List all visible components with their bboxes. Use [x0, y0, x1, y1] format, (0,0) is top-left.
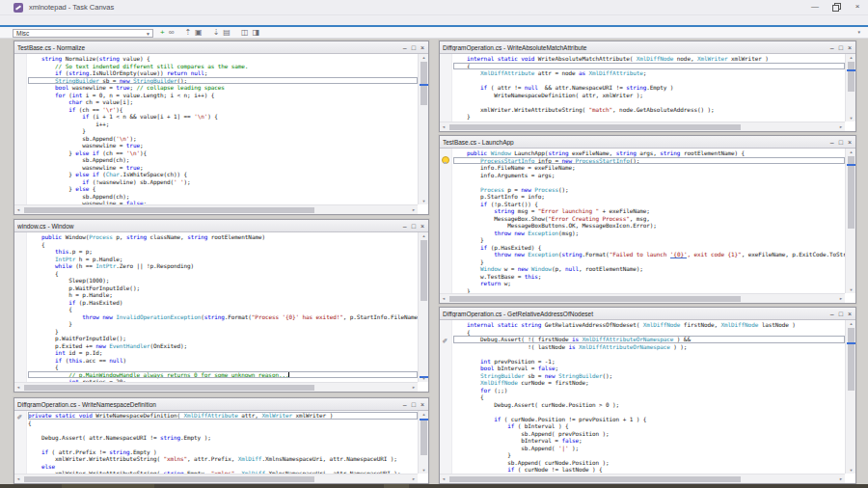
horizontal-scrollbar[interactable]: ◄ ►	[440, 122, 845, 131]
vertical-scrollbar[interactable]: ▲ ▼	[845, 149, 855, 293]
lightbulb-icon[interactable]	[442, 156, 448, 163]
vertical-scrollbar[interactable]: ▲ ▼	[845, 54, 855, 122]
pane-minimize-button[interactable]: ‒	[830, 137, 834, 148]
toolbar-icons: +∞⇡▣⇣▤◫◨	[160, 28, 259, 38]
vertical-scroll-thumb[interactable]	[848, 328, 854, 391]
scroll-down-icon[interactable]: ▼	[846, 468, 856, 473]
scroll-right-icon[interactable]: ►	[839, 476, 843, 481]
pane-maximize-button[interactable]: □	[839, 42, 843, 53]
scroll-down-icon[interactable]: ▼	[419, 376, 429, 381]
scroll-right-icon[interactable]: ►	[412, 207, 416, 212]
pane-close-button[interactable]: ×	[420, 42, 424, 53]
scroll-up-icon[interactable]: ▲	[846, 321, 856, 326]
scroll-up-icon[interactable]: ▲	[846, 149, 856, 154]
vertical-scrollbar[interactable]: ▲ ▼	[845, 320, 855, 474]
save-layout-icon[interactable]: ▤	[223, 28, 231, 38]
scroll-up-icon[interactable]: ▲	[846, 55, 856, 60]
pane-title: TestBase.cs - Normalize	[17, 44, 403, 51]
pane-maximize-button[interactable]: □	[412, 221, 416, 231]
import-tasks-icon[interactable]: ⇡	[184, 28, 191, 38]
add-task-icon[interactable]: +	[160, 28, 165, 38]
task-list-combobox[interactable]: Misc ▼	[13, 29, 153, 38]
window-minimize-button[interactable]: —	[810, 2, 820, 12]
pane-header[interactable]: window.cs - Window ‒ □ ×	[14, 220, 428, 232]
pencil-icon[interactable]: ✎	[442, 338, 448, 343]
pane-maximize-button[interactable]: □	[412, 399, 416, 410]
pane-minimize-button[interactable]: ‒	[830, 309, 834, 319]
scroll-left-icon[interactable]: ◄	[442, 124, 446, 129]
current-line-marker	[847, 164, 855, 166]
scroll-down-icon[interactable]: ▼	[419, 468, 429, 473]
scroll-left-icon[interactable]: ◄	[16, 207, 20, 212]
pane-header[interactable]: DiffgramOperation.cs - GetRelativeAddres…	[440, 308, 855, 320]
scroll-down-icon[interactable]: ▼	[419, 199, 429, 203]
vertical-scroll-thumb[interactable]	[420, 419, 427, 455]
vertical-scrollbar[interactable]: ▲ ▼	[418, 54, 428, 204]
scroll-up-icon[interactable]: ▲	[419, 233, 429, 238]
pane-maximize-button[interactable]: □	[412, 42, 416, 53]
scroll-left-icon[interactable]: ◄	[442, 296, 446, 301]
vertical-scroll-thumb[interactable]	[848, 62, 854, 92]
horizontal-scroll-thumb[interactable]	[24, 385, 314, 391]
pane-header[interactable]: TestBase.cs - LaunchApp ‒ □ ×	[440, 136, 855, 149]
scroll-left-icon[interactable]: ◄	[442, 476, 446, 481]
horizontal-scroll-thumb[interactable]	[24, 476, 314, 482]
horizontal-scroll-thumb[interactable]	[24, 207, 314, 213]
toolbar-overflow-icon[interactable]: ▾	[857, 29, 860, 35]
pane-header[interactable]: TestBase.cs - Normalize ‒ □ ×	[14, 41, 428, 54]
horizontal-scroll-thumb[interactable]	[449, 296, 741, 302]
capture-region-icon[interactable]: ▣	[195, 28, 203, 38]
horizontal-scroll-thumb[interactable]	[449, 476, 741, 482]
code-editor[interactable]: internal static string GetRelativeAddres…	[453, 320, 845, 474]
horizontal-scrollbar[interactable]: ◄ ►	[440, 474, 845, 483]
code-lines: internal static void WriteAbsoluteMatchA…	[453, 54, 845, 121]
horizontal-scroll-thumb[interactable]	[449, 124, 741, 130]
code-editor[interactable]: private static void WriteNamespaceDefini…	[28, 411, 418, 474]
horizontal-scrollbar[interactable]: ◄ ►	[440, 293, 845, 303]
pane-minimize-button[interactable]: ‒	[403, 221, 407, 231]
scroll-left-icon[interactable]: ◄	[16, 385, 20, 390]
pane-close-button[interactable]: ×	[420, 221, 424, 231]
vertical-scroll-thumb[interactable]	[848, 156, 854, 229]
scroll-up-icon[interactable]: ▲	[419, 412, 429, 417]
pane-maximize-button[interactable]: □	[839, 309, 843, 319]
pane-minimize-button[interactable]: ‒	[403, 42, 407, 53]
scroll-down-icon[interactable]: ▼	[846, 287, 856, 292]
pane-header[interactable]: DiffgramOperation.cs - WriteAbsoluteMatc…	[440, 41, 855, 54]
pane-maximize-button[interactable]: □	[839, 137, 843, 148]
code-editor[interactable]: internal static void WriteAbsoluteMatchA…	[453, 54, 845, 122]
code-editor[interactable]: string Normalize(string value) { // So t…	[28, 54, 418, 204]
chevron-down-icon[interactable]: ▼	[146, 31, 150, 38]
scroll-up-icon[interactable]: ▲	[419, 55, 429, 60]
link-tasks-icon[interactable]: ∞	[169, 28, 175, 38]
export-tasks-icon[interactable]: ⇣	[213, 28, 220, 38]
pane-minimize-button[interactable]: ‒	[830, 42, 834, 53]
scroll-down-icon[interactable]: ▼	[846, 116, 856, 121]
pane-close-button[interactable]: ×	[848, 137, 852, 148]
horizontal-scrollbar[interactable]: ◄ ►	[14, 382, 418, 392]
vertical-scrollbar[interactable]: ▲ ▼	[418, 411, 428, 474]
window-restore-button[interactable]	[831, 2, 841, 12]
scroll-right-icon[interactable]: ►	[412, 385, 416, 390]
window-close-button[interactable]: ×	[853, 2, 862, 12]
pencil-icon[interactable]: ✎	[16, 414, 23, 420]
scroll-right-icon[interactable]: ►	[839, 296, 843, 301]
cascade-windows-icon[interactable]: ◫	[241, 28, 249, 38]
scroll-left-icon[interactable]: ◄	[16, 476, 20, 481]
vertical-scroll-thumb[interactable]	[420, 240, 427, 301]
pane-minimize-button[interactable]: ‒	[403, 399, 407, 410]
code-editor[interactable]: public Window LaunchApp(string exeFileNa…	[453, 149, 845, 293]
tile-windows-icon[interactable]: ◨	[252, 28, 259, 38]
scroll-right-icon[interactable]: ►	[839, 124, 843, 129]
pane-header[interactable]: DiffgramOperation.cs - WriteNamespaceDef…	[14, 398, 428, 411]
pane-close-button[interactable]: ×	[848, 309, 852, 319]
horizontal-scrollbar[interactable]: ◄ ►	[14, 474, 418, 483]
scroll-right-icon[interactable]: ►	[412, 476, 416, 481]
pane-close-button[interactable]: ×	[848, 42, 852, 53]
pane-close-button[interactable]: ×	[420, 399, 424, 410]
code-editor[interactable]: public Window(Process p, string classNam…	[28, 232, 418, 382]
vertical-scrollbar[interactable]: ▲ ▼	[418, 232, 428, 382]
code-pane-normalize: TestBase.cs - Normalize ‒ □ × string Nor…	[14, 41, 429, 215]
code-pane-write-namespace-definition: DiffgramOperation.cs - WriteNamespaceDef…	[14, 397, 429, 484]
horizontal-scrollbar[interactable]: ◄ ►	[14, 204, 418, 214]
